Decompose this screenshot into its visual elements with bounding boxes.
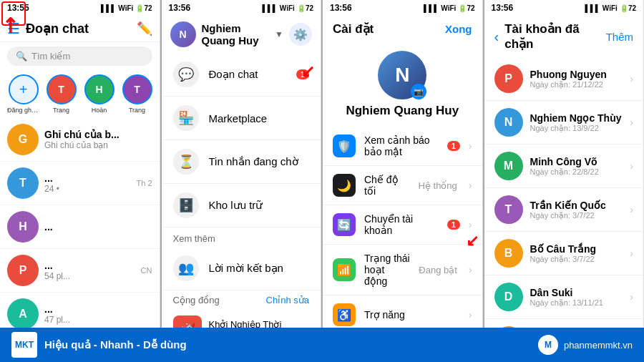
signal-icon: ▌▌▌ bbox=[101, 4, 116, 12]
edit-community-btn[interactable]: Chỉnh sửa bbox=[266, 295, 309, 305]
settings-item-darkmode[interactable]: 🌙 Chế độ tối Hệ thống › bbox=[323, 166, 482, 205]
add-button[interactable]: Thêm bbox=[606, 31, 633, 43]
menu-item-icon-archive: 🗄️ bbox=[173, 192, 199, 218]
done-button[interactable]: Xong bbox=[445, 23, 472, 35]
darkmode-value: Hệ thống bbox=[419, 180, 457, 191]
user-avatar[interactable]: N bbox=[170, 21, 196, 47]
back-button[interactable]: ‹ bbox=[494, 29, 499, 45]
blocked-avatar-4: T bbox=[494, 195, 523, 224]
chat-meta: Th 2 bbox=[136, 179, 152, 187]
arrow-annotation-3: ↙ bbox=[466, 233, 479, 249]
menu-item-icon-invite: 👥 bbox=[173, 255, 199, 281]
blocked-date-3: Ngày chặn: 22/8/22 bbox=[530, 167, 623, 177]
search-bar[interactable]: 🔍 Tìm kiếm bbox=[7, 47, 152, 66]
screen-messages: 13:55 ▌▌▌ WiFi 🔋72 ☰ Đoạn chat ✏️ 🔍 Tìm … bbox=[0, 0, 160, 328]
bottom-left: MKT Hiệu quả - Nhanh - Dễ dùng bbox=[11, 332, 187, 358]
blocked-avatar-6: D bbox=[494, 283, 523, 311]
blocked-item-5[interactable]: B Bố Câu Trắng Ngày chặn: 3/7/22 › bbox=[484, 232, 644, 275]
menu-item-icon-marketplace: 🏪 bbox=[173, 105, 199, 131]
blocked-date-4: Ngày chặn: 3/7/22 bbox=[530, 211, 623, 220]
mkt-logo-text: MKT bbox=[15, 340, 34, 350]
blocked-item-2[interactable]: N Nghiem Ngọc Thùy Ngày chặn: 13/9/22 › bbox=[484, 101, 644, 145]
chat-name: ... bbox=[44, 303, 152, 315]
activity-label: Trạng thái hoạt động bbox=[364, 253, 410, 287]
community-item-1[interactable]: 🚀 Khởi Nghiệp Thời Chuyển Đổi Số bbox=[162, 310, 321, 328]
blocked-name-3: Minh Công Võ bbox=[530, 156, 623, 167]
time-2: 13:56 bbox=[169, 3, 191, 13]
menu-item-archive[interactable]: 🗄️ Kho lưu trữ bbox=[162, 184, 321, 228]
blocked-date-6: Ngày chặn: 13/11/21 bbox=[530, 298, 623, 308]
access-icon: ♿ bbox=[333, 303, 356, 326]
story-1[interactable]: T Trang bbox=[45, 74, 77, 114]
blocked-item-4[interactable]: T Trần Kiến Quốc Ngày chặn: 3/7/22 › bbox=[484, 188, 644, 232]
menu-item-pending[interactable]: ⏳ Tin nhắn đang chờ bbox=[162, 140, 321, 184]
blocked-item-3[interactable]: M Minh Công Võ Ngày chặn: 22/8/22 › bbox=[484, 145, 644, 188]
wifi-icon-2: WiFi bbox=[280, 4, 295, 12]
story-2[interactable]: H Hoàn bbox=[83, 74, 115, 114]
menu-item-invite[interactable]: 👥 Lời mời kết bạn bbox=[162, 247, 321, 290]
status-icons-4: ▌▌▌ WiFi 🔋72 bbox=[585, 4, 636, 12]
chat-item[interactable]: G Ghi chú của b... Ghi chú của bạn bbox=[0, 118, 160, 162]
menu-item-icon-pending: ⏳ bbox=[173, 149, 199, 175]
wifi-icon-3: WiFi bbox=[441, 4, 456, 12]
community-name-1: Khởi Nghiệp Thời Chuyển Đổi Số bbox=[209, 319, 310, 328]
time-4: 13:56 bbox=[492, 3, 514, 13]
story-1-label: Trang bbox=[53, 107, 69, 114]
blocked-item-1[interactable]: P Phuong Nguyen Ngày chặn: 21/12/22 › bbox=[484, 57, 644, 101]
chat-preview: 47 pl... bbox=[44, 315, 152, 325]
battery-icon-3: 🔋72 bbox=[458, 4, 474, 12]
bottom-tagline: Hiệu quả - Nhanh - Dễ dùng bbox=[44, 338, 187, 351]
blocked-name-5: Bố Câu Trắng bbox=[530, 243, 623, 255]
community-avatar-1: 🚀 bbox=[173, 315, 202, 328]
chat-info: ... 54 pl... bbox=[44, 260, 135, 281]
menu-item-label-invite: Lời mời kết bạn bbox=[209, 262, 310, 275]
chat-item[interactable]: H ... bbox=[0, 205, 160, 249]
chat-item[interactable]: A ... 47 pl... bbox=[0, 293, 160, 328]
settings-item-access[interactable]: ♿ Trợ năng › bbox=[323, 295, 482, 328]
screen-settings: 13:56 ▌▌▌ WiFi 🔋72 Cài đặt Xong N 📷 Nghi… bbox=[323, 0, 483, 328]
menu-item-label-archive: Kho lưu trữ bbox=[209, 199, 310, 212]
story-add[interactable]: + Đăng ghi chú bbox=[7, 74, 39, 114]
settings-icon-btn[interactable]: ⚙️ bbox=[289, 23, 312, 46]
community-header: Cộng đồng Chỉnh sửa bbox=[162, 290, 321, 310]
menu-item-marketplace[interactable]: 🏪 Marketplace bbox=[162, 97, 321, 140]
chat-preview: 54 pl... bbox=[44, 271, 135, 281]
settings-item-security[interactable]: 🛡️ Xem cảnh báo bảo mật 1 › bbox=[323, 127, 482, 166]
blocked-avatar-3: M bbox=[494, 152, 523, 180]
chat-item[interactable]: T ... 24 • Th 2 bbox=[0, 162, 160, 205]
mkt-logo: MKT bbox=[11, 332, 37, 358]
chat-list: G Ghi chú của b... Ghi chú của bạn T ...… bbox=[0, 118, 160, 328]
settings-item-activity[interactable]: 📶 Trạng thái hoạt động Đang bật › bbox=[323, 245, 482, 295]
menu-item-chat[interactable]: 💬 Đoạn chat 1 bbox=[162, 53, 321, 97]
time-1: 13:55 bbox=[7, 3, 29, 13]
chat-preview: Ghi chú của bạn bbox=[44, 140, 152, 150]
story-3[interactable]: T Trang bbox=[121, 74, 153, 114]
chat-name: Ghi chú của b... bbox=[44, 129, 152, 140]
chat-item[interactable]: P ... 54 pl... CN bbox=[0, 249, 160, 293]
switch-chevron: › bbox=[469, 219, 472, 230]
settings-item-switch[interactable]: 🔄 Chuyển tài khoản 1 › bbox=[323, 205, 482, 245]
menu-item-icon-chat: 💬 bbox=[173, 62, 199, 87]
blocked-item-6[interactable]: D Dân Suki Ngày chặn: 13/11/21 › bbox=[484, 275, 644, 319]
settings-gear-icon: ⚙️ bbox=[293, 28, 308, 41]
edit-icon[interactable]: ✏️ bbox=[137, 21, 152, 36]
chat-meta: CN bbox=[141, 266, 152, 275]
darkmode-icon: 🌙 bbox=[333, 174, 356, 197]
camera-icon: 📷 bbox=[411, 84, 426, 99]
battery-icon-4: 🔋72 bbox=[620, 4, 636, 12]
status-bar-3: 13:56 ▌▌▌ WiFi 🔋72 bbox=[323, 0, 482, 16]
profile-avatar[interactable]: N 📷 bbox=[378, 51, 426, 99]
website-label: phanmemmkt.vn bbox=[564, 340, 633, 351]
dropdown-arrow: ▼ bbox=[275, 29, 283, 39]
darkmode-chevron: › bbox=[469, 180, 472, 191]
menu-item-label-marketplace: Marketplace bbox=[209, 112, 310, 124]
security-icon: 🛡️ bbox=[333, 134, 356, 157]
switch-badge: 1 bbox=[447, 220, 460, 230]
screen-menu: 13:56 ▌▌▌ WiFi 🔋72 N Nghiem Quang Huy ▼ … bbox=[162, 0, 322, 328]
chat-name: ... bbox=[44, 172, 130, 184]
blocked-item-7[interactable]: P Phạm Trọng An Ngày chặn: 15/6/21 › bbox=[484, 319, 644, 328]
chat-info: ... bbox=[44, 221, 152, 233]
chat-time: CN bbox=[141, 266, 152, 275]
chat-info: ... 24 • bbox=[44, 172, 130, 194]
blocked-date-1: Ngày chặn: 21/12/22 bbox=[530, 80, 623, 89]
